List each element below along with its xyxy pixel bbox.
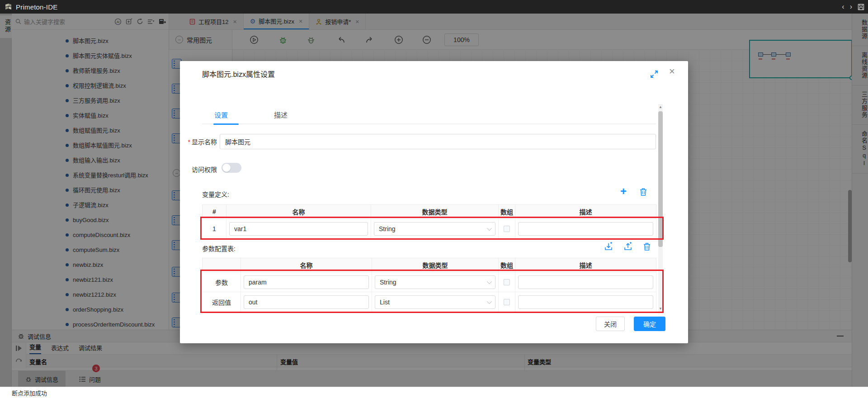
- tab-divider: [202, 123, 656, 124]
- col-desc: 描述: [515, 205, 656, 219]
- col-name: 名称: [226, 205, 371, 219]
- param-name-input[interactable]: param: [244, 275, 369, 289]
- col-index: #: [203, 205, 226, 219]
- required-asterisk: *: [188, 138, 190, 146]
- access-permission-label: 访问权限: [180, 165, 217, 174]
- chevron-down-icon: [487, 225, 492, 230]
- properties-dialog: 脚本图元.bizx属性设置 × 设置 描述 *显示名称 脚本图元 访问权限 变量…: [180, 61, 688, 343]
- variable-name-input[interactable]: var1: [229, 222, 368, 236]
- col-array: 数组: [499, 205, 515, 219]
- dialog-tab-description[interactable]: 描述: [274, 110, 288, 119]
- fullscreen-icon[interactable]: [650, 70, 658, 78]
- variable-row: 1 var1 String: [203, 219, 656, 239]
- col-name: 名称: [241, 258, 372, 272]
- export-params-icon[interactable]: [623, 242, 632, 251]
- param-desc-input[interactable]: [518, 275, 653, 289]
- dialog-scrollbar[interactable]: ▲ ▼: [658, 104, 663, 312]
- col-desc: 描述: [515, 258, 656, 272]
- return-array-checkbox[interactable]: [504, 299, 510, 305]
- variable-type-select[interactable]: String: [374, 222, 495, 236]
- status-bar: 断点添加成功: [0, 387, 868, 398]
- nav-back-icon[interactable]: ‹: [842, 3, 844, 10]
- params-section-label: 参数配置表:: [202, 244, 236, 253]
- variable-desc-input[interactable]: [518, 222, 653, 236]
- dialog-title: 脚本图元.bizx属性设置: [202, 68, 275, 79]
- col-kind: [203, 258, 241, 272]
- variables-section-label: 变量定义:: [202, 190, 229, 199]
- param-type-select[interactable]: String: [375, 275, 495, 289]
- dialog-tab-settings[interactable]: 设置: [214, 110, 228, 119]
- return-type-select[interactable]: List: [375, 295, 495, 309]
- title-bar: Primeton-IDE ‹ ›: [0, 0, 868, 14]
- access-permission-toggle[interactable]: [222, 163, 241, 173]
- variable-array-checkbox[interactable]: [504, 226, 510, 232]
- display-name-input[interactable]: 脚本图元: [220, 134, 656, 149]
- variables-table: # 名称 数据类型 数组 描述 1 var1 String: [202, 204, 656, 239]
- add-variable-icon[interactable]: +: [620, 186, 627, 197]
- param-row: 参数 param String: [203, 272, 656, 292]
- return-desc-input[interactable]: [518, 295, 653, 309]
- display-name-label: *显示名称: [180, 137, 217, 146]
- return-kind: 返回值: [203, 292, 241, 312]
- app-logo-icon: [5, 3, 12, 10]
- delete-variable-icon[interactable]: [639, 188, 647, 196]
- chevron-down-icon: [487, 279, 492, 284]
- scroll-up-icon[interactable]: ▲: [658, 105, 663, 109]
- toggle-knob: [222, 164, 231, 172]
- row-index: 1: [203, 219, 226, 239]
- save-icon[interactable]: [858, 4, 864, 10]
- delete-params-icon[interactable]: [643, 242, 651, 251]
- confirm-button[interactable]: 确定: [634, 317, 665, 331]
- scroll-down-icon[interactable]: ▼: [658, 307, 663, 311]
- nav-forward-icon[interactable]: ›: [850, 3, 852, 10]
- status-message: 断点添加成功: [12, 389, 47, 397]
- params-table: 名称 数据类型 数组 描述 参数 param String 返回值 out Li…: [202, 258, 656, 312]
- return-name-input[interactable]: out: [244, 295, 369, 309]
- close-dialog-icon[interactable]: ×: [669, 66, 675, 76]
- close-button[interactable]: 关闭: [596, 317, 625, 331]
- import-params-icon[interactable]: [604, 242, 613, 251]
- col-type: 数据类型: [372, 258, 499, 272]
- app-title: Primeton-IDE: [16, 3, 57, 11]
- param-kind: 参数: [203, 272, 241, 292]
- scrollbar-thumb[interactable]: [658, 111, 663, 247]
- col-array: 数组: [499, 258, 515, 272]
- col-type: 数据类型: [371, 205, 499, 219]
- chevron-down-icon: [487, 298, 492, 303]
- param-array-checkbox[interactable]: [504, 279, 510, 285]
- active-tab-indicator: [213, 123, 239, 125]
- return-row: 返回值 out List: [203, 292, 656, 312]
